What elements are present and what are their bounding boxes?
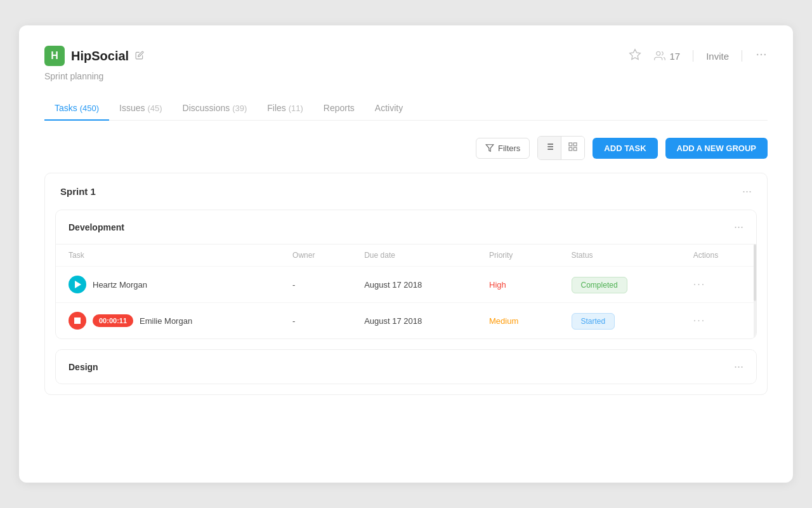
status-started-badge: Started	[572, 313, 615, 330]
col-status: Status	[559, 244, 681, 267]
table-row: 00:00:11 Emilie Morgan - August 17 2018 …	[56, 303, 756, 339]
task-table: Task Owner Due date Priority Status Acti…	[56, 244, 756, 338]
design-group-card: Design ···	[55, 349, 757, 384]
due-date-cell-1: August 17 2018	[351, 267, 476, 303]
divider	[693, 50, 693, 62]
svg-point-1	[657, 51, 660, 55]
more-options-icon[interactable]	[755, 48, 768, 64]
grid-view-button[interactable]	[561, 137, 584, 159]
task-cell-1: Heartz Morgan	[56, 267, 280, 303]
row-actions-icon-1[interactable]: ···	[693, 279, 705, 290]
tab-activity[interactable]: Activity	[365, 97, 413, 121]
add-task-button[interactable]: ADD TASK	[593, 138, 657, 159]
status-cell-2: Started	[559, 303, 681, 339]
svg-rect-13	[574, 143, 577, 146]
priority-cell-1: High	[476, 267, 559, 303]
header: H HipSocial	[44, 46, 768, 66]
priority-high-label: High	[489, 280, 506, 290]
col-owner: Owner	[280, 244, 351, 267]
svg-rect-12	[569, 143, 572, 146]
subtitle: Sprint planning	[44, 71, 768, 81]
tab-reports[interactable]: Reports	[313, 97, 365, 121]
timer-badge-2: 00:00:11	[93, 314, 133, 327]
development-group-title: Development	[69, 222, 124, 232]
svg-marker-16	[75, 281, 81, 288]
col-priority: Priority	[476, 244, 559, 267]
add-group-button[interactable]: ADD A NEW GROUP	[665, 138, 768, 159]
app-name: HipSocial	[71, 49, 129, 64]
owner-cell-2: -	[280, 303, 351, 339]
tab-discussions[interactable]: Discussions (39)	[173, 97, 258, 121]
design-group-title: Design	[69, 362, 98, 372]
header-right: 17 Invite	[629, 48, 768, 64]
svg-point-4	[764, 53, 766, 55]
svg-rect-15	[574, 147, 577, 150]
due-date-cell-2: August 17 2018	[351, 303, 476, 339]
tab-issues[interactable]: Issues (45)	[109, 97, 172, 121]
col-due-date: Due date	[351, 244, 476, 267]
row-actions-icon-2[interactable]: ···	[693, 315, 705, 326]
tabs: Tasks (450) Issues (45) Discussions (39)…	[44, 97, 768, 121]
task-name-1: Heartz Morgan	[93, 280, 147, 290]
sprint-1-card: Sprint 1 ··· Development ··· Task Owner …	[44, 173, 768, 395]
list-view-button[interactable]	[538, 137, 561, 159]
view-toggle	[537, 136, 585, 160]
col-actions: Actions	[681, 244, 756, 267]
star-icon[interactable]	[629, 48, 641, 64]
main-card: H HipSocial	[19, 25, 793, 483]
priority-cell-2: Medium	[476, 303, 559, 339]
col-task: Task	[56, 244, 280, 267]
stop-button-2[interactable]	[69, 312, 86, 330]
scrollbar-thumb[interactable]	[754, 244, 756, 301]
play-button-1[interactable]	[69, 276, 86, 293]
invite-button[interactable]: Invite	[706, 51, 729, 62]
development-more-icon[interactable]: ···	[734, 220, 743, 234]
status-cell-1: Completed	[559, 267, 681, 303]
development-group-header: Development ···	[56, 210, 756, 244]
design-group-header: Design ···	[56, 350, 756, 384]
task-name-2: Emilie Morgan	[140, 316, 192, 326]
scrollbar-track	[754, 244, 756, 338]
header-left: H HipSocial	[44, 46, 144, 66]
members-count: 17	[654, 50, 680, 62]
owner-cell-1: -	[280, 267, 351, 303]
sprint-1-more-icon[interactable]: ···	[742, 185, 752, 198]
table-header-row: Task Owner Due date Priority Status Acti…	[56, 244, 756, 267]
tab-files[interactable]: Files (11)	[257, 97, 313, 121]
edit-icon[interactable]	[135, 51, 144, 62]
divider2	[742, 50, 742, 62]
sprint-1-title: Sprint 1	[60, 186, 96, 197]
status-completed-badge: Completed	[572, 277, 627, 293]
table-row: Heartz Morgan - August 17 2018 High Comp…	[56, 267, 756, 303]
svg-point-2	[757, 53, 759, 55]
svg-marker-0	[630, 49, 641, 59]
development-group-card: Development ··· Task Owner Due date Prio…	[55, 210, 757, 339]
svg-point-3	[761, 53, 763, 55]
svg-marker-5	[486, 145, 494, 152]
app-logo: H	[44, 46, 65, 66]
priority-medium-label: Medium	[489, 316, 518, 326]
task-table-area: Task Owner Due date Priority Status Acti…	[56, 244, 756, 338]
toolbar: Filters ADD TASK ADD A NEW GROUP	[44, 136, 768, 160]
task-cell-2: 00:00:11 Emilie Morgan	[56, 303, 280, 339]
design-more-icon[interactable]: ···	[734, 360, 743, 373]
filter-button[interactable]: Filters	[476, 138, 530, 159]
svg-rect-14	[569, 147, 572, 150]
tab-tasks[interactable]: Tasks (450)	[44, 97, 109, 121]
svg-rect-17	[74, 318, 81, 324]
sprint-1-header: Sprint 1 ···	[45, 173, 767, 210]
actions-cell-1: ···	[681, 267, 756, 303]
actions-cell-2: ···	[681, 303, 756, 339]
